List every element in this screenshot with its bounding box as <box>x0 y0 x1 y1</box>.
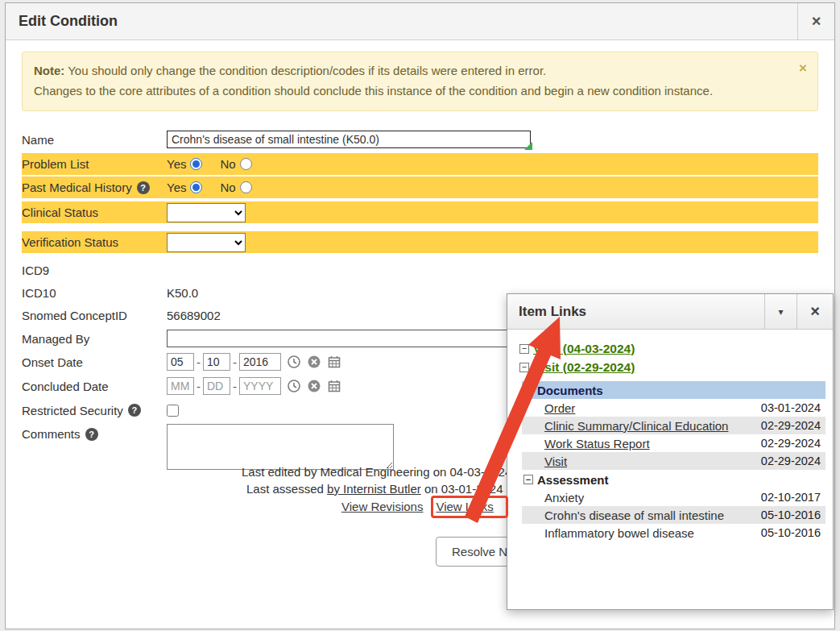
visit-link[interactable]: Visit (04-03-2024) <box>533 342 635 356</box>
comments-label: Comments <box>22 427 81 441</box>
note-label: Note: <box>34 64 64 77</box>
onset-day-input[interactable] <box>203 353 230 371</box>
calendar-icon[interactable] <box>327 355 341 369</box>
calendar-icon[interactable] <box>327 379 341 393</box>
managed-by-label: Managed By <box>22 332 89 346</box>
verification-status-label: Verification Status <box>22 235 118 249</box>
last-assessed-prefix: Last assessed <box>246 482 327 496</box>
item-links-title: Item Links <box>507 294 764 329</box>
visit-row: − Visit (02-29-2024) <box>507 358 833 376</box>
note-line-1: Note: You should only change the conditi… <box>34 60 782 81</box>
assessment-date: 05-10-2016 <box>761 509 821 521</box>
problem-list-yes-radio[interactable] <box>190 158 202 170</box>
assessment-date: 05-10-2016 <box>761 526 821 539</box>
restricted-security-label: Restricted Security <box>22 404 123 417</box>
document-link[interactable]: Order <box>544 401 761 415</box>
comments-textarea[interactable] <box>167 424 394 470</box>
resize-grip-icon[interactable] <box>524 142 532 150</box>
name-input[interactable] <box>167 131 531 148</box>
help-icon[interactable]: ? <box>85 428 98 441</box>
concluded-month-input[interactable] <box>167 377 194 395</box>
help-icon[interactable]: ? <box>128 404 141 417</box>
pmh-no-radio[interactable] <box>240 181 252 193</box>
problem-list-no-radio[interactable] <box>240 158 252 170</box>
document-date: 02-29-2024 <box>761 455 821 467</box>
document-link[interactable]: Clinic Summary/Clinical Education <box>544 419 761 433</box>
collapse-icon[interactable]: − <box>523 385 533 395</box>
document-link[interactable]: Visit <box>544 455 761 468</box>
view-revisions-link[interactable]: View Revisions <box>341 500 423 513</box>
clinical-status-row: Clinical Status <box>22 201 818 223</box>
clinical-status-label: Clinical Status <box>22 205 98 219</box>
dialog-title: Edit Condition <box>6 3 797 39</box>
item-links-body: − Visit (04-03-2024) − Visit (02-29-2024… <box>507 330 833 542</box>
clear-date-icon[interactable] <box>307 379 321 393</box>
last-assessed-suffix: on 03-01-2024 <box>421 482 503 496</box>
problem-list-no-label: No <box>220 157 235 171</box>
assessment-row: Anxiety 02-10-2017 <box>522 488 826 506</box>
clear-date-icon[interactable] <box>307 355 321 369</box>
verification-status-select[interactable] <box>167 233 246 252</box>
onset-date-label: Onset Date <box>22 355 83 369</box>
snomed-label: Snomed ConceptID <box>22 309 127 322</box>
problem-list-row: Problem List Yes No <box>22 153 818 175</box>
clock-icon[interactable] <box>287 379 301 393</box>
popup-close-icon[interactable]: × <box>797 294 833 329</box>
date-separator: - <box>233 380 237 393</box>
concluded-day-input[interactable] <box>203 377 230 395</box>
date-separator: - <box>197 380 201 393</box>
clock-icon[interactable] <box>287 355 301 369</box>
visit-link[interactable]: Visit (02-29-2024) <box>533 360 635 375</box>
dialog-close-icon[interactable]: × <box>797 3 834 39</box>
concluded-date-label: Concluded Date <box>22 380 109 393</box>
onset-month-input[interactable] <box>167 353 194 371</box>
document-row: Clinic Summary/Clinical Education 02-29-… <box>522 417 826 434</box>
problem-list-yes-label: Yes <box>167 157 186 171</box>
document-date: 02-29-2024 <box>761 437 821 450</box>
assessment-row: Inflammatory bowel disease 05-10-2016 <box>522 524 826 542</box>
assessed-by-link[interactable]: by Internist Butler <box>327 482 421 496</box>
icd10-label: ICD10 <box>22 286 56 300</box>
clinical-status-select[interactable] <box>167 203 246 222</box>
pmh-yes-radio[interactable] <box>190 181 202 193</box>
pmh-yes-label: Yes <box>167 181 186 194</box>
document-link[interactable]: Work Status Report <box>544 437 761 450</box>
warning-note: × Note: You should only change the condi… <box>22 52 818 111</box>
managed-by-input[interactable] <box>167 330 518 347</box>
note-text-2: Changes to the core attributes of a cond… <box>34 81 782 101</box>
item-links-header: Item Links ▾ × <box>507 294 833 330</box>
footer-links: View RevisionsView Links <box>341 500 494 513</box>
last-assessed-text: Last assessed by Internist Butler on 03-… <box>246 482 503 496</box>
document-date: 03-01-2024 <box>761 401 821 414</box>
collapse-icon[interactable]: − <box>519 363 529 372</box>
concluded-year-input[interactable] <box>239 377 281 395</box>
section-label: Assessment <box>537 473 608 487</box>
pmh-no-label: No <box>220 181 235 194</box>
past-medical-history-label: Past Medical History <box>22 181 132 194</box>
icd9-label: ICD9 <box>22 264 49 277</box>
note-close-icon[interactable]: × <box>799 58 807 78</box>
verification-status-row: Verification Status <box>22 231 818 253</box>
date-separator: - <box>233 355 237 369</box>
date-separator: - <box>197 355 201 369</box>
assessment-date: 02-10-2017 <box>761 491 821 504</box>
note-text-1: You should only change the condition des… <box>68 64 546 77</box>
document-row: Work Status Report 02-29-2024 <box>522 434 826 452</box>
collapse-icon[interactable]: − <box>523 475 533 484</box>
onset-year-input[interactable] <box>239 353 281 371</box>
chevron-down-icon[interactable]: ▾ <box>764 294 797 329</box>
snomed-value: 56689002 <box>167 309 221 322</box>
view-links-link[interactable]: View Links <box>436 500 493 513</box>
help-icon[interactable]: ? <box>137 181 150 194</box>
visit-row: − Visit (04-03-2024) <box>507 339 833 358</box>
assessment-label: Crohn's disease of small intestine <box>544 509 761 522</box>
name-label: Name <box>22 133 54 147</box>
document-row: Order 03-01-2024 <box>522 399 826 417</box>
past-medical-history-row: Past Medical History ? Yes No <box>22 176 818 198</box>
assessment-label: Anxiety <box>544 491 761 504</box>
restricted-security-checkbox[interactable] <box>167 405 179 417</box>
collapse-icon[interactable]: − <box>519 344 529 354</box>
item-links-popup: Item Links ▾ × − Visit (04-03-2024) − Vi… <box>507 293 834 610</box>
assessment-label: Inflammatory bowel disease <box>544 526 761 540</box>
document-row: Visit 02-29-2024 <box>522 452 826 470</box>
